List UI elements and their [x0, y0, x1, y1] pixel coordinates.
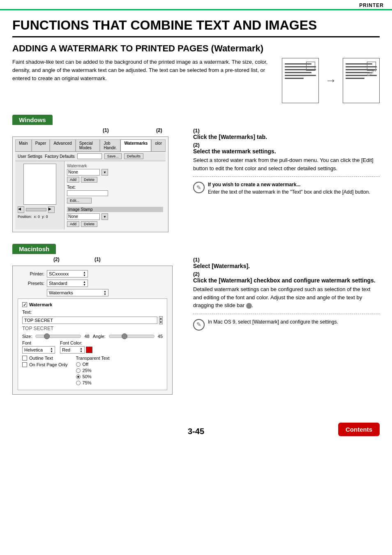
mac-font-color-row: Red ▲ ▼ [60, 346, 92, 354]
mac-size-label: Size: [22, 334, 32, 339]
size-slider-thumb[interactable] [44, 333, 50, 339]
dotted-sep-win [193, 176, 380, 177]
mac-first-page-row: On First Page Only [22, 362, 68, 367]
watermark-dropdown-arrow[interactable]: ▼ [101, 169, 108, 176]
intro-text: Faint shadow-like text can be added to t… [12, 58, 282, 83]
mac-checkboxes: Outline Text On First Page Only [22, 356, 68, 386]
scroll-right[interactable]: ▶ [48, 206, 55, 213]
image-stamp-dropdown[interactable]: None [67, 213, 100, 220]
mac-font-label: Font [22, 340, 55, 345]
doc-before [282, 58, 319, 103]
mac-text-input[interactable]: TOP SECRET [22, 317, 157, 324]
mac-radio-25-label: 25% [83, 368, 92, 373]
mac-font-color-group: Font Color: Red ▲ ▼ [60, 340, 92, 354]
mac-note-desc: In Mac OS 9, select [Watermark] and conf… [208, 319, 338, 325]
mac-radio-75-btn[interactable] [76, 381, 81, 385]
contents-button[interactable]: Contents [338, 423, 380, 436]
win-tab-paper[interactable]: Paper [32, 139, 50, 151]
windows-two-col: (1) (2) Main Paper Advanced Special Mode… [12, 127, 380, 232]
mac-text-label: Text: [22, 310, 39, 314]
arrow-icon: → [325, 74, 337, 87]
edit-btn[interactable]: Edit... [67, 198, 92, 204]
mac-radio-off-btn[interactable] [76, 362, 81, 367]
contents-area: Contents [257, 423, 380, 436]
save-btn[interactable]: Save... [104, 153, 122, 159]
image-stamp-arrow[interactable]: ▼ [101, 213, 108, 220]
mac-watermarks-dropdown[interactable]: Watermarks ▲ ▼ [47, 289, 108, 296]
mac-first-page-checkbox[interactable] [22, 362, 27, 367]
mac-presets-label: Presets: [18, 281, 44, 286]
delete-btn[interactable]: Delete [81, 177, 97, 183]
mac-size-value: 48 [84, 334, 89, 339]
text-input[interactable] [67, 190, 108, 196]
mac-screenshot-col: (2) (1) Printer: SCxxxxxx ▲ ▼ [12, 257, 185, 395]
macintosh-section: Macintosh (2) (1) Printer: SCxx [12, 240, 380, 395]
size-slider[interactable] [35, 335, 81, 338]
stamp-add-btn[interactable]: Add [67, 221, 79, 227]
page-bottom: 3-45 Contents [0, 414, 392, 442]
header-label: PRINTER [359, 2, 384, 8]
mac-size-angle-row: Size: 48 Angle: [22, 334, 163, 339]
mac-radio-50: 50% [76, 374, 110, 379]
mac-radio-50-btn[interactable] [76, 375, 81, 379]
mac-preview-text: TOP SECRET [22, 326, 163, 331]
win-preview-box [23, 164, 56, 205]
mac-transparent-group: Transparent Text Off 25% [76, 356, 110, 386]
factory-defaults-label: Factory Defaults [45, 154, 75, 159]
win-tab-special[interactable]: Special Modes [76, 139, 100, 151]
mac-callout-2: (2) [53, 257, 60, 262]
top-bar: PRINTER [0, 0, 392, 10]
mac-printer-label: Printer: [18, 271, 44, 276]
mac-step1-title: Select [Watermarks]. [193, 263, 380, 269]
win-note-text: If you wish to create a new watermark...… [208, 181, 370, 196]
intro-images: → COPY [282, 58, 380, 103]
windows-screenshot-col: (1) (2) Main Paper Advanced Special Mode… [12, 127, 185, 232]
scrollbar[interactable] [26, 208, 46, 211]
page-number: 3-45 [135, 427, 257, 436]
win-tab-advanced[interactable]: Advanced [50, 139, 75, 151]
watermark-dropdown[interactable]: None [67, 169, 100, 176]
settings-dropdown[interactable] [77, 153, 102, 159]
win-step2-number: (2) [193, 142, 380, 148]
scroll-left[interactable]: ◀ [18, 206, 24, 213]
angle-slider[interactable] [109, 335, 154, 338]
section-heading: ADDING A WATERMARK TO PRINTED PAGES (Wat… [12, 43, 380, 54]
mac-outline-checkbox[interactable] [22, 356, 27, 361]
mac-note-box: ✎ In Mac OS 9, select [Watermark] and co… [193, 318, 380, 331]
mac-printer-value[interactable]: SCxxxxxx ▲ ▼ [47, 270, 88, 278]
stamp-delete-btn[interactable]: Delete [81, 221, 97, 227]
win-tab-color[interactable]: olor [151, 139, 166, 151]
mac-inner-box: ✓ Watermark Text: TOP SECRET [18, 298, 167, 390]
add-btn[interactable]: Add [67, 177, 79, 183]
mac-watermark-checkbox-row: ✓ Watermark [22, 302, 163, 307]
win-preview-area: ◀ ▶ Position: x: 0 y: 0 [15, 161, 65, 229]
mac-font-group: Font Helvetica ▲ ▼ [22, 340, 55, 354]
mac-font-color-dropdown[interactable]: Red ▲ ▼ [60, 346, 85, 354]
mac-watermark-checkbox[interactable]: ✓ [22, 302, 27, 307]
win-tab-main[interactable]: Main [15, 139, 32, 151]
mac-text-row: Text: [22, 310, 163, 314]
angle-slider-thumb[interactable] [122, 333, 127, 339]
win-tab-job[interactable]: Job Handir. [100, 139, 120, 151]
mac-step2-desc: Detailed watermark settings can be confi… [193, 285, 380, 310]
watermark-dropdown-row: None ▼ [67, 169, 163, 176]
user-settings-label: User Settings [18, 154, 42, 159]
defaults-btn[interactable]: Defaults [124, 153, 143, 159]
mac-presets-value[interactable]: Standard ▲ ▼ [47, 280, 88, 287]
text-stepper-up[interactable]: ▲ [159, 317, 162, 320]
mac-angle-value: 45 [158, 334, 163, 339]
mac-bottom-row: Outline Text On First Page Only Transpar… [22, 356, 163, 386]
mac-font-color-label: Font Color: [60, 340, 92, 345]
mac-font-dropdown[interactable]: Helvetica ▲ ▼ [22, 346, 55, 354]
text-stepper-down[interactable]: ▼ [159, 320, 162, 324]
win-step1-number: (1) [193, 127, 380, 134]
position-label: Position: x: 0 y: 0 [18, 215, 62, 219]
win-step2-desc: Select a stored water mark from the pull… [193, 156, 380, 172]
win-tab-watermarks[interactable]: Watermarks [120, 139, 151, 151]
mac-first-page-label: On First Page Only [29, 362, 68, 367]
win-note-desc: Enter the text of the watermark in the "… [208, 189, 370, 195]
mac-watermark-checkbox-label: Watermark [29, 302, 52, 307]
image-stamp-label: Image Stamp [67, 207, 163, 212]
note-icon-win: ✎ [193, 182, 205, 193]
mac-radio-25-btn[interactable] [76, 368, 81, 373]
